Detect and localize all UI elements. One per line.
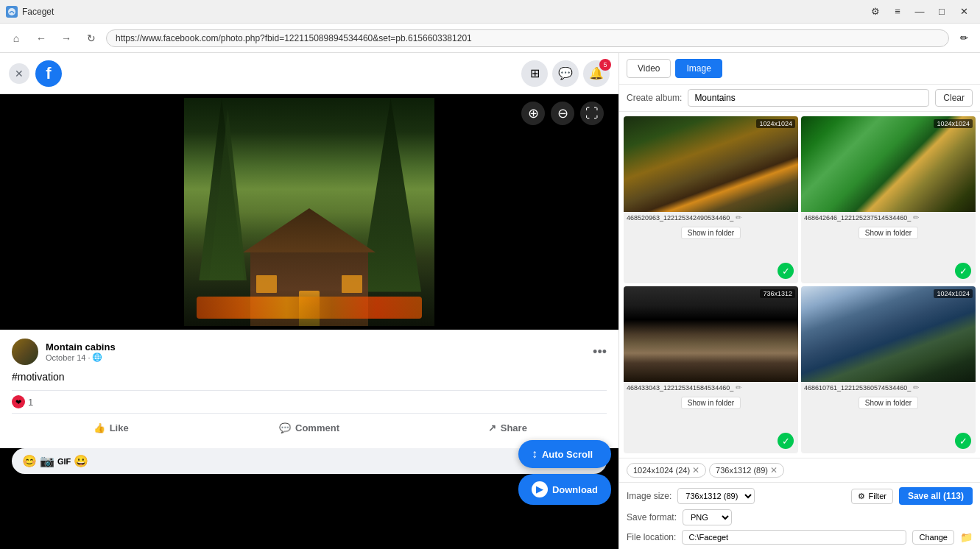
post-text: #motivation — [12, 371, 607, 383]
notifications-button[interactable]: 🔔 5 — [583, 60, 610, 87]
image-thumb-4[interactable] — [801, 286, 976, 382]
post-avatar — [12, 339, 38, 365]
zoom-in-button[interactable]: ⊕ — [521, 102, 545, 125]
image-thumb-3[interactable] — [624, 286, 798, 382]
like-icon: 👍 — [94, 422, 105, 433]
notification-badge: 5 — [599, 59, 611, 71]
minimize-button[interactable]: — — [909, 4, 930, 20]
image-thumb-1[interactable] — [624, 116, 798, 212]
format-row: Save format: PNG JPG WEBP — [627, 509, 973, 525]
image-item-2: 1024x1024 ✓ 468642646_122125237514534460… — [801, 116, 976, 283]
zoom-out-button[interactable]: ⊖ — [551, 102, 574, 125]
show-folder-2: Show in folder — [801, 223, 976, 241]
post-author: Montain cabins October 14 · 🌐 ••• — [12, 339, 607, 365]
grid-icon: ⊞ — [530, 66, 540, 80]
title-bar: Faceget ⚙ ≡ — □ ✕ — [0, 0, 980, 24]
image-check-1: ✓ — [778, 263, 794, 279]
back-button[interactable]: ← — [31, 28, 52, 49]
format-select[interactable]: PNG JPG WEBP — [683, 509, 732, 525]
download-icon-circle: ▶ — [532, 481, 548, 497]
emoji-button[interactable]: 😊 — [22, 454, 37, 468]
image-item-1: 1024x1024 ✓ 468520963_122125342490534460… — [624, 116, 798, 283]
image-name-1: 468520963_122125342490534460_ ✏ — [624, 212, 798, 223]
menu-button[interactable]: ≡ — [887, 4, 908, 20]
folder-icon[interactable]: 📁 — [960, 531, 973, 543]
image-tab[interactable]: Image — [675, 59, 722, 78]
save-all-button[interactable]: Save all (113) — [899, 487, 973, 505]
title-bar-controls: ⚙ ≡ — □ ✕ — [865, 4, 974, 20]
filter-tag-close-1[interactable]: ✕ — [770, 465, 778, 475]
maximize-button[interactable]: □ — [931, 4, 952, 20]
floating-buttons: ↕ Auto Scroll ▶ Download — [518, 440, 611, 505]
format-label: Save format: — [627, 512, 677, 523]
comment-emoji-buttons: 😊 📷 GIF 😀 — [22, 454, 88, 468]
photo-button[interactable]: 📷 — [40, 454, 54, 468]
show-folder-btn-4[interactable]: Show in folder — [859, 397, 918, 409]
album-label: Create album: — [627, 93, 682, 103]
post-reactions: ❤ 1 — [12, 390, 607, 414]
video-tab[interactable]: Video — [627, 59, 671, 78]
image-check-3: ✓ — [778, 433, 794, 449]
post-more-button[interactable]: ••• — [593, 344, 607, 360]
image-item-4: 1024x1024 ✓ 468610761_122125360574534460… — [801, 286, 976, 453]
close-button[interactable]: ✕ — [953, 4, 974, 20]
edit-icon-3[interactable]: ✏ — [736, 383, 741, 392]
size-select[interactable]: 736x1312 (89) — [677, 488, 755, 504]
reaction-icon: ❤ — [12, 395, 25, 408]
filter-tag-0: 1024x1024 (24) ✕ — [627, 463, 706, 478]
fb-close-button[interactable]: ✕ — [9, 63, 29, 84]
app-icon — [6, 6, 18, 18]
image-name-3: 468433043_122125341584534460_ ✏ — [624, 382, 798, 393]
post-date: October 14 · 🌐 — [46, 353, 585, 362]
filter-button[interactable]: ⚙ Filter — [851, 489, 892, 504]
download-icon: ▶ — [536, 484, 543, 495]
post-author-info: Montain cabins October 14 · 🌐 — [46, 341, 585, 362]
settings-button[interactable]: ⚙ — [865, 4, 886, 20]
share-button[interactable]: ↗ Share — [409, 417, 607, 439]
panel-footer: Image size: 736x1312 (89) ⚙ Filter Save … — [619, 482, 980, 549]
address-bar: ⌂ ← → ↻ ✏ — [0, 24, 980, 53]
messenger-icon: 💬 — [558, 66, 573, 80]
filter-tag-close-0[interactable]: ✕ — [692, 465, 699, 475]
edit-icon-4[interactable]: ✏ — [913, 383, 919, 392]
change-button[interactable]: Change — [912, 530, 954, 545]
show-folder-1: Show in folder — [624, 223, 798, 241]
album-row: Create album: Clear — [619, 85, 980, 112]
image-check-4: ✓ — [955, 433, 971, 449]
location-input[interactable] — [682, 530, 906, 545]
comment-box: 😊 📷 GIF 😀 — [12, 448, 607, 474]
comment-icon: 💬 — [279, 422, 291, 433]
image-dimension-3: 736x1312 — [760, 289, 795, 298]
edit-icon-1[interactable]: ✏ — [736, 213, 741, 222]
url-input[interactable] — [106, 29, 949, 47]
show-folder-btn-1[interactable]: Show in folder — [681, 227, 741, 239]
image-item-3: 736x1312 ✓ 468433043_122125341584534460_… — [624, 286, 798, 453]
privacy-icon: 🌐 — [92, 353, 102, 362]
gif-button[interactable]: GIF — [57, 454, 71, 468]
refresh-button[interactable]: ↻ — [81, 28, 102, 49]
download-button[interactable]: ▶ Download — [518, 474, 611, 505]
bookmark-button[interactable]: ✏ — [953, 28, 974, 49]
sticker-button[interactable]: 😀 — [74, 454, 88, 468]
auto-scroll-button[interactable]: ↕ Auto Scroll — [518, 440, 611, 468]
post-area: Montain cabins October 14 · 🌐 ••• #motiv… — [0, 330, 618, 448]
messenger-button[interactable]: 💬 — [552, 60, 579, 87]
album-input[interactable] — [688, 89, 929, 107]
show-folder-btn-3[interactable]: Show in folder — [681, 397, 741, 409]
grid-icon-button[interactable]: ⊞ — [521, 60, 548, 87]
location-label: File location: — [627, 532, 676, 542]
image-dimension-4: 1024x1024 — [934, 289, 973, 298]
clear-button[interactable]: Clear — [935, 89, 973, 107]
filter-tags: 1024x1024 (24) ✕ 736x1312 (89) ✕ — [619, 458, 980, 482]
edit-icon-2[interactable]: ✏ — [913, 213, 919, 222]
forward-button[interactable]: → — [56, 28, 77, 49]
browser-panel: ✕ f ⊞ 💬 🔔 5 — [0, 53, 618, 549]
like-button[interactable]: 👍 Like — [12, 417, 210, 439]
share-icon: ↗ — [488, 422, 496, 433]
comment-button[interactable]: 💬 Comment — [210, 417, 408, 439]
image-thumb-2[interactable] — [801, 116, 976, 212]
fullscreen-button[interactable]: ⛶ — [580, 102, 604, 125]
image-name-2: 468642646_122125237514534460_ ✏ — [801, 212, 976, 223]
home-button[interactable]: ⌂ — [6, 28, 27, 49]
show-folder-btn-2[interactable]: Show in folder — [859, 227, 918, 239]
